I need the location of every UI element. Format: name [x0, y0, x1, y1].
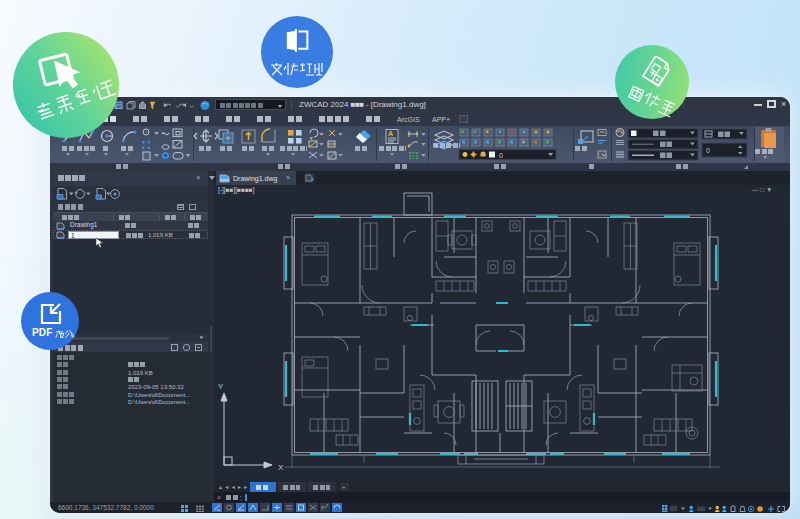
- svg-text:X: X: [278, 463, 284, 472]
- svg-text:Y: Y: [218, 382, 224, 391]
- svg-text:0: 0: [706, 147, 710, 154]
- svg-text:A: A: [388, 130, 393, 137]
- svg-text:0: 0: [499, 152, 503, 159]
